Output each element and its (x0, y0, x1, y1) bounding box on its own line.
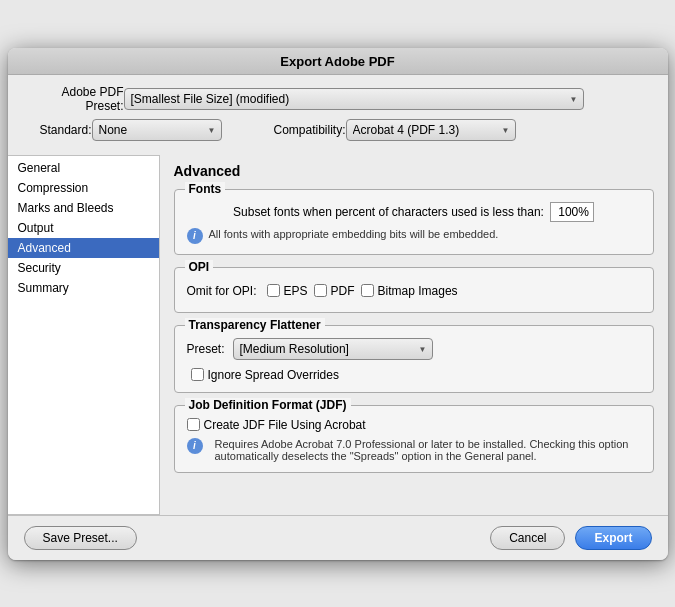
transparency-select-wrapper[interactable]: [Medium Resolution] (233, 338, 433, 360)
transparency-legend: Transparency Flattener (185, 318, 325, 332)
transparency-preset-row: Preset: [Medium Resolution] (187, 338, 641, 360)
standard-select-wrapper[interactable]: None (92, 119, 222, 141)
jdf-info-text: Requires Adobe Acrobat 7.0 Professional … (215, 438, 641, 462)
standard-compat-row: Standard: None Compatibility: Acrobat 4 … (24, 119, 652, 141)
fonts-subset-row: Subset fonts when percent of characters … (187, 202, 641, 222)
compatibility-label: Compatibility: (246, 123, 346, 137)
transparency-content: Preset: [Medium Resolution] Ignore Sprea… (187, 338, 641, 382)
standard-label: Standard: (24, 123, 92, 137)
compat-select-wrapper[interactable]: Acrobat 4 (PDF 1.3) (346, 119, 516, 141)
fonts-legend: Fonts (185, 182, 226, 196)
create-jdf-label[interactable]: Create JDF File Using Acrobat (187, 418, 641, 432)
preset-select[interactable]: [Smallest File Size] (modified) (124, 88, 584, 110)
right-panel: Advanced Fonts Subset fonts when percent… (160, 155, 668, 515)
jdf-info-row: i Requires Adobe Acrobat 7.0 Professiona… (187, 438, 641, 462)
eps-checkbox[interactable] (267, 284, 280, 297)
jdf-info-icon: i (187, 438, 203, 454)
create-jdf-checkbox[interactable] (187, 418, 200, 431)
create-jdf-text: Create JDF File Using Acrobat (204, 418, 366, 432)
fonts-info-row: i All fonts with appropriate embedding b… (187, 228, 641, 244)
opi-content: Omit for OPI: EPS PDF Bitmap Images (187, 280, 641, 302)
preset-label: Adobe PDF Preset: (24, 85, 124, 113)
opi-legend: OPI (185, 260, 214, 274)
pdf-checkbox-label[interactable]: PDF (314, 284, 355, 298)
fonts-section: Fonts Subset fonts when percent of chara… (174, 189, 654, 255)
export-pdf-dialog: Export Adobe PDF Adobe PDF Preset: [Smal… (8, 48, 668, 560)
bitmap-label: Bitmap Images (378, 284, 458, 298)
preset-select-wrapper[interactable]: [Smallest File Size] (modified) (124, 88, 584, 110)
transparency-preset-label: Preset: (187, 342, 225, 356)
sidebar-item-security[interactable]: Security (8, 258, 159, 278)
jdf-create-row: Create JDF File Using Acrobat (187, 418, 641, 432)
sidebar-item-general[interactable]: General (8, 158, 159, 178)
fonts-content: Subset fonts when percent of characters … (187, 202, 641, 244)
opi-section: OPI Omit for OPI: EPS PDF (174, 267, 654, 313)
main-content: General Compression Marks and Bleeds Out… (8, 155, 668, 515)
top-controls: Adobe PDF Preset: [Smallest File Size] (… (8, 75, 668, 155)
bottom-bar: Save Preset... Cancel Export (8, 515, 668, 560)
subset-label: Subset fonts when percent of characters … (233, 205, 544, 219)
cancel-button[interactable]: Cancel (490, 526, 565, 550)
omit-label: Omit for OPI: (187, 284, 257, 298)
transparency-section: Transparency Flattener Preset: [Medium R… (174, 325, 654, 393)
eps-checkbox-label[interactable]: EPS (267, 284, 308, 298)
sidebar-item-output[interactable]: Output (8, 218, 159, 238)
standard-select[interactable]: None (92, 119, 222, 141)
bitmap-checkbox[interactable] (361, 284, 374, 297)
jdf-legend: Job Definition Format (JDF) (185, 398, 351, 412)
sidebar-item-summary[interactable]: Summary (8, 278, 159, 298)
ignore-spread-text: Ignore Spread Overrides (208, 368, 339, 382)
sidebar-item-marks-bleeds[interactable]: Marks and Bleeds (8, 198, 159, 218)
panel-title: Advanced (174, 163, 654, 179)
jdf-section: Job Definition Format (JDF) Create JDF F… (174, 405, 654, 473)
title-bar: Export Adobe PDF (8, 48, 668, 75)
bitmap-checkbox-label[interactable]: Bitmap Images (361, 284, 458, 298)
pdf-label: PDF (331, 284, 355, 298)
fonts-info-icon: i (187, 228, 203, 244)
pdf-checkbox[interactable] (314, 284, 327, 297)
eps-label: EPS (284, 284, 308, 298)
sidebar-item-advanced[interactable]: Advanced (8, 238, 159, 258)
save-preset-button[interactable]: Save Preset... (24, 526, 137, 550)
ignore-spread-checkbox[interactable] (191, 368, 204, 381)
percent-input[interactable] (550, 202, 594, 222)
export-button[interactable]: Export (575, 526, 651, 550)
fonts-info-text: All fonts with appropriate embedding bit… (209, 228, 499, 240)
preset-row: Adobe PDF Preset: [Smallest File Size] (… (24, 85, 652, 113)
compat-select[interactable]: Acrobat 4 (PDF 1.3) (346, 119, 516, 141)
right-buttons: Cancel Export (490, 526, 651, 550)
transparency-select[interactable]: [Medium Resolution] (233, 338, 433, 360)
dialog-title: Export Adobe PDF (280, 54, 394, 69)
ignore-spread-label[interactable]: Ignore Spread Overrides (191, 368, 339, 382)
jdf-content: Create JDF File Using Acrobat i Requires… (187, 418, 641, 462)
sidebar-item-compression[interactable]: Compression (8, 178, 159, 198)
sidebar: General Compression Marks and Bleeds Out… (8, 155, 160, 515)
ignore-spread-row: Ignore Spread Overrides (191, 368, 641, 382)
opi-row: Omit for OPI: EPS PDF Bitmap Images (187, 280, 641, 302)
